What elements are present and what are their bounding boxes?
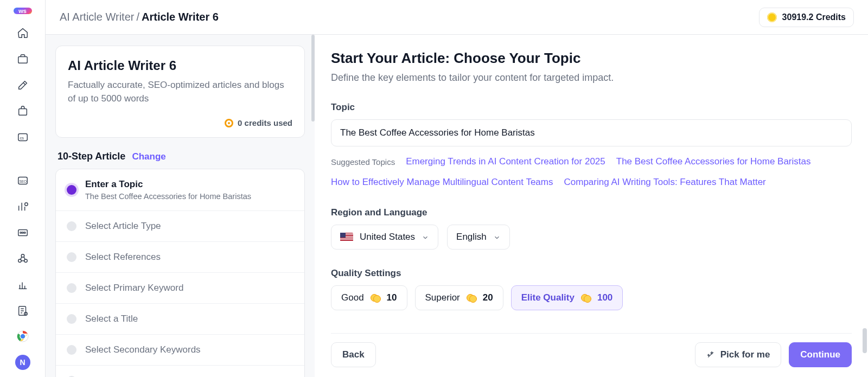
footer-actions: Back Pick for me Continue — [331, 333, 852, 377]
svg-point-6 — [24, 203, 27, 206]
home-icon[interactable] — [17, 27, 29, 41]
credits-used: 0 credits used — [68, 118, 292, 127]
language-select[interactable]: English — [447, 225, 510, 250]
quality-name: Good — [341, 292, 364, 303]
pick-label: Pick for me — [720, 349, 770, 360]
quality-label: Quality Settings — [331, 268, 852, 279]
avatar[interactable]: N — [15, 355, 30, 370]
quality-name: Elite Quality — [521, 292, 575, 303]
language-value: English — [456, 232, 487, 242]
quality-cost: 10 — [387, 292, 397, 303]
credits-label: Credits — [816, 12, 846, 22]
edit-icon[interactable] — [17, 79, 29, 93]
step-item[interactable]: Select a Title — [56, 303, 304, 334]
svg-point-12 — [18, 259, 21, 263]
breadcrumb-parent[interactable]: AI Article Writer — [60, 11, 134, 23]
step-sub: The Best Coffee Accessories for Home Bar… — [85, 192, 251, 201]
step-title: Select References — [85, 252, 161, 263]
step-dot-icon — [67, 345, 76, 355]
credits-pill[interactable]: 30919.2 Credits — [759, 8, 854, 27]
credits-value: 30919.2 — [782, 12, 814, 22]
svg-rect-0 — [18, 56, 27, 63]
quality-options: Good10Superior20Elite Quality100 — [331, 285, 852, 310]
region-value: United States — [360, 232, 415, 242]
quality-cost: 100 — [597, 292, 612, 303]
change-link[interactable]: Change — [132, 151, 165, 162]
svg-point-9 — [22, 232, 23, 234]
step-item[interactable]: Select Primary Keyword — [56, 272, 304, 303]
step-title: Select Primary Keyword — [85, 283, 183, 293]
wizard-intro-card: AI Article Writer 6 Factually accurate, … — [55, 46, 305, 138]
bag-icon[interactable] — [17, 105, 29, 119]
svg-rect-7 — [18, 230, 27, 236]
svg-point-10 — [24, 232, 25, 234]
coin-icon — [767, 12, 777, 22]
step-title: Select Secondary Keywords — [85, 344, 201, 355]
coins-icon — [467, 294, 476, 302]
quality-cost: 20 — [483, 292, 493, 303]
back-button[interactable]: Back — [331, 342, 376, 367]
coins-icon — [581, 294, 591, 302]
integrations-icon[interactable] — [17, 253, 29, 267]
step-dot-icon — [67, 185, 76, 195]
continue-label: Continue — [800, 349, 840, 360]
suggested-topic[interactable]: How to Effectively Manage Multilingual C… — [331, 177, 553, 188]
topbar: AI Article Writer / Article Writer 6 309… — [46, 0, 868, 35]
briefcase-icon[interactable] — [17, 53, 29, 67]
wizard-card-desc: Factually accurate, SEO-optimized articl… — [68, 79, 292, 105]
logo-text: ws — [18, 8, 27, 14]
chevron-down-icon — [422, 233, 429, 241]
quality-option[interactable]: Superior20 — [415, 285, 503, 310]
breadcrumb-sep: / — [136, 11, 139, 23]
nav-icons-top: cs — [17, 27, 29, 145]
continue-button[interactable]: Continue — [789, 342, 852, 367]
quality-option[interactable]: Good10 — [331, 285, 407, 310]
avatar-initial: N — [20, 358, 25, 367]
settings-icon[interactable] — [17, 227, 29, 241]
flag-us-icon — [340, 233, 353, 241]
suggested-topic[interactable]: The Best Coffee Accessories for Home Bar… — [616, 156, 811, 167]
step-title: Select a Title — [85, 314, 138, 324]
quality-option[interactable]: Elite Quality100 — [511, 285, 623, 310]
back-label: Back — [342, 349, 365, 360]
step-item[interactable]: Select Secondary Keywords — [56, 334, 304, 365]
wizard-panel: AI Article Writer 6 Factually accurate, … — [46, 35, 315, 377]
nav-rail: ws cs SEO N — [0, 0, 46, 377]
step-item[interactable]: Configurations — [56, 365, 304, 377]
step-item[interactable]: Select Article Type — [56, 210, 304, 241]
suggested-topic[interactable]: Emerging Trends in AI Content Creation f… — [406, 156, 605, 167]
cs-icon[interactable]: cs — [17, 131, 29, 145]
content-panel: Start Your Article: Choose Your Topic De… — [315, 35, 868, 377]
step-item[interactable]: Select References — [56, 241, 304, 272]
app-logo[interactable]: ws — [14, 8, 32, 14]
step-item[interactable]: Enter a TopicThe Best Coffee Accessories… — [56, 169, 304, 210]
seo-icon[interactable]: SEO — [17, 175, 29, 189]
svg-point-18 — [20, 334, 24, 338]
chevron-down-icon — [493, 233, 501, 241]
breadcrumb-current: Article Writer 6 — [142, 11, 219, 23]
topic-input[interactable] — [331, 119, 852, 146]
pick-for-me-button[interactable]: Pick for me — [695, 342, 782, 367]
step-dot-icon — [67, 314, 76, 324]
step-dot-icon — [67, 252, 76, 262]
chart-icon[interactable] — [17, 279, 29, 293]
suggested-topics: Suggested Topics Emerging Trends in AI C… — [331, 156, 852, 188]
report-icon[interactable] — [17, 305, 29, 319]
suggested-label: Suggested Topics — [331, 157, 395, 167]
steps-list: Enter a TopicThe Best Coffee Accessories… — [55, 169, 305, 377]
page-title: Start Your Article: Choose Your Topic — [331, 50, 852, 67]
region-select[interactable]: United States — [331, 225, 438, 250]
wand-icon — [706, 350, 715, 359]
chrome-icon[interactable] — [15, 329, 30, 344]
step-title: Enter a Topic — [85, 179, 251, 190]
topic-label: Topic — [331, 102, 852, 113]
svg-text:SEO: SEO — [19, 180, 27, 183]
wizard-card-title: AI Article Writer 6 — [68, 58, 292, 73]
step-title: Select Article Type — [85, 221, 161, 232]
suggested-topic[interactable]: Comparing AI Writing Tools: Features Tha… — [564, 177, 765, 188]
scrollbar[interactable] — [863, 37, 867, 375]
nav-icons-bottom: SEO — [17, 175, 29, 319]
analytics-icon[interactable] — [17, 201, 29, 215]
credits-used-text: 0 credits used — [238, 118, 292, 127]
step-dot-icon — [67, 283, 76, 293]
